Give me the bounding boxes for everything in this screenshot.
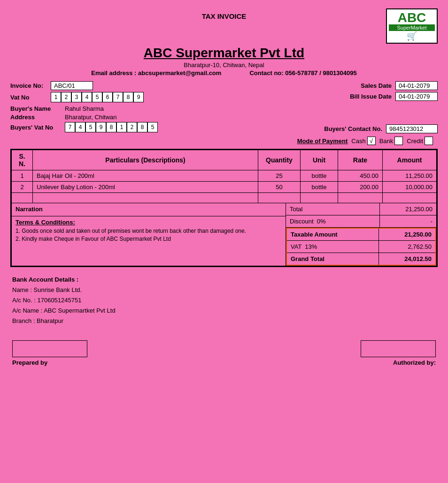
bank-checkbox[interactable] xyxy=(394,137,403,145)
vat-row: VAT 13% 2,762.50 xyxy=(287,241,435,253)
empty-unit xyxy=(301,193,338,203)
grand-total-value: 24,012.50 xyxy=(379,253,435,265)
highlighted-summary: Taxable Amount 21,250.00 VAT 13% 2,762.5… xyxy=(286,228,436,266)
empty-amount xyxy=(383,193,437,203)
row1-qty: 25 xyxy=(258,170,301,182)
company-email: Email address : abcsupermarket@gmail.com xyxy=(91,69,221,77)
terms-item-1: 1. Goods once sold and taken out of prem… xyxy=(15,228,282,234)
vat-digit-1: 1 xyxy=(51,92,61,102)
buyer-address-row: Address Bharatpur, Chitwan xyxy=(10,114,438,121)
vat-digit-6: 6 xyxy=(102,92,113,102)
company-name: ABC Supermarket Pvt Ltd xyxy=(10,46,438,61)
buyer-contact-row: Buyers' Contact No. 9845123012 xyxy=(324,124,438,133)
col-sn: S. N. xyxy=(12,150,33,170)
row2-rate: 200.00 xyxy=(338,182,383,193)
cash-checkbox[interactable]: √ xyxy=(367,137,376,145)
invoice-details: Invoice No: ABC/01 Vat No 1 2 3 4 5 6 7 … xyxy=(10,81,438,102)
vat-no-row: Vat No 1 2 3 4 5 6 7 8 9 xyxy=(10,92,144,102)
cash-check-mark: √ xyxy=(370,138,373,145)
bvat-digit-2: 4 xyxy=(75,122,85,132)
bottom-section: Narration Terms & Conditions: 1. Goods o… xyxy=(11,203,437,266)
vat-pct: 13% xyxy=(305,243,317,250)
row1-unit: bottle xyxy=(301,170,338,182)
empty-qty xyxy=(258,193,301,203)
logo-abc-text: ABC xyxy=(398,11,426,24)
terms-title: Terms & Conditions: xyxy=(15,219,282,226)
discount-value: - xyxy=(380,215,436,227)
empty-rate xyxy=(338,193,383,203)
buyer-contact-value: 9845123012 xyxy=(386,124,438,133)
bvat-digit-9: 5 xyxy=(147,122,158,132)
invoice-title: TAX INVOICE xyxy=(62,8,386,20)
total-value: 21,250.00 xyxy=(380,203,436,215)
col-rate: Rate xyxy=(338,150,383,170)
vat-digit-5: 5 xyxy=(92,92,102,102)
logo-cart-icon: 🛒 xyxy=(407,31,417,41)
total-label: Total xyxy=(286,203,380,215)
total-row: Total 21,250.00 xyxy=(286,203,436,215)
col-unit: Unit xyxy=(301,150,338,170)
authorized-by-line xyxy=(361,340,436,357)
vat-digit-7: 7 xyxy=(113,92,123,102)
row1-amount: 11,250.00 xyxy=(383,170,437,182)
buyer-vat-label: Buyers' Vat No xyxy=(10,124,62,131)
prepared-by-line xyxy=(12,340,87,357)
bank-name: Name : Sunrise Bank Ltd. xyxy=(12,285,436,295)
buyer-section: Buyer's Name Rahul Sharma Address Bharat… xyxy=(10,105,438,134)
taxable-row: Taxable Amount 21,250.00 xyxy=(287,229,435,241)
authorized-by-box: Authorized by: xyxy=(361,340,436,366)
summary-section: Total 21,250.00 Discount 0% - Taxable Am… xyxy=(286,203,436,266)
bvat-digit-8: 8 xyxy=(137,122,147,132)
payment-bank: Bank xyxy=(379,137,403,145)
bank-ac-no: A/c No. : 1706051245751 xyxy=(12,295,436,306)
bvat-digit-3: 5 xyxy=(85,122,96,132)
sales-date-label: Sales Date xyxy=(345,82,392,89)
payment-label: Mode of Payment xyxy=(297,138,348,145)
credit-label: Credit xyxy=(407,138,423,145)
taxable-value: 21,250.00 xyxy=(379,229,435,240)
invoice-no-label: Invoice No: xyxy=(10,82,48,89)
invoice-no-value: ABC/01 xyxy=(51,81,93,90)
vat-value: 2,762.50 xyxy=(379,241,435,253)
vat-digit-4: 4 xyxy=(82,92,92,102)
row2-unit: bottle xyxy=(301,182,338,193)
discount-pct: 0% xyxy=(317,218,326,225)
table-row: 2 Unilever Baby Lotion - 200ml 50 bottle… xyxy=(12,182,437,193)
terms-row: Terms & Conditions: 1. Goods once sold a… xyxy=(12,216,286,246)
vat-digit-8: 8 xyxy=(123,92,133,102)
grand-total-row: Grand Total 24,012.50 xyxy=(287,253,435,265)
col-quantity: Quantity xyxy=(258,150,301,170)
bank-details-title: Bank Account Details : xyxy=(12,275,436,285)
bvat-digit-1: 7 xyxy=(65,122,75,132)
logo-supermarket-text: SuperMarket xyxy=(389,24,435,31)
bill-issue-label: Bill Issue Date xyxy=(345,93,392,100)
buyer-address-value: Bharatpur, Chitwan xyxy=(65,114,117,121)
prepared-by-box: Prepared by xyxy=(12,340,87,366)
bill-issue-value: 04-01-2079 xyxy=(395,92,438,101)
row1-desc: Bajaj Hair Oil - 200ml xyxy=(33,170,258,182)
invoice-left: Invoice No: ABC/01 Vat No 1 2 3 4 5 6 7 … xyxy=(10,81,144,102)
bill-issue-row: Bill Issue Date 04-01-2079 xyxy=(345,92,438,101)
narration-label: Narration xyxy=(15,206,43,213)
bank-branch: Branch : Bharatpur xyxy=(12,316,436,326)
row2-sn: 2 xyxy=(12,182,33,193)
company-contact: Email address : abcsupermarket@gmail.com… xyxy=(10,69,438,77)
credit-checkbox[interactable] xyxy=(425,137,433,145)
terms-item-2: 2. Kindly make Cheque in Favour of ABC S… xyxy=(15,236,282,242)
buyer-name-value: Rahul Sharma xyxy=(65,105,104,112)
signature-row: Prepared by Authorized by: xyxy=(10,340,438,366)
vat-digit-9: 9 xyxy=(133,92,144,102)
vat-label: VAT 13% xyxy=(287,241,379,253)
company-logo: ABC SuperMarket 🛒 xyxy=(386,8,438,44)
buyer-address-label: Address xyxy=(10,114,62,121)
vat-digit-2: 2 xyxy=(61,92,71,102)
authorized-by-label: Authorized by: xyxy=(393,359,436,366)
company-phone: Contact no: 056-578787 / 9801304095 xyxy=(249,69,356,77)
payment-row: Mode of Payment Cash √ Bank Credit xyxy=(10,137,438,145)
vat-digit-3: 3 xyxy=(71,92,82,102)
vat-no-label: Vat No xyxy=(10,94,48,101)
bank-ac-name: A/c Name : ABC Supermartket Pvt Ltd xyxy=(12,306,436,316)
empty-sn xyxy=(12,193,33,203)
grand-total-label: Grand Total xyxy=(287,253,379,265)
buyer-vat-boxes: 7 4 5 9 8 1 2 8 5 xyxy=(65,122,158,132)
